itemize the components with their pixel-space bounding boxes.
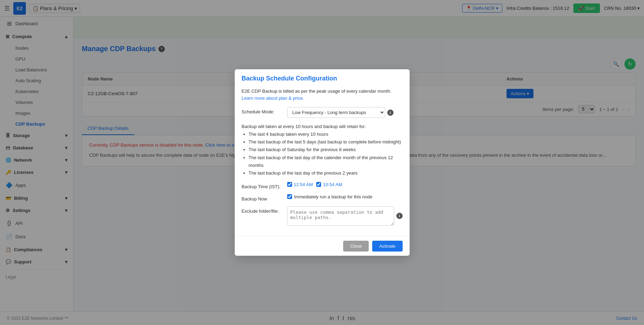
exclude-info-icon[interactable]: i [396,213,403,219]
time-2-checkbox[interactable] [316,182,321,187]
schedule-mode-info-icon[interactable]: i [387,109,394,116]
time-item-1: 12:54 AM [287,182,313,187]
bullet-3: The last backup of Saturday for the prev… [249,146,403,154]
backup-interval-text: Backup will taken at every 10 hours and … [242,123,403,130]
bullet-1: The last 4 backup taken every 10 hours [249,130,403,138]
learn-more-link[interactable]: Learn more about plan & price. [242,96,304,101]
schedule-mode-row: Schedule Mode: Low Frequency - Long term… [242,107,403,118]
backup-now-label: Backup Now [242,194,287,202]
time-row: 12:54 AM 10:54 AM [287,182,403,187]
backup-time-row: Backup Time (IST): 12:54 AM 10:54 AM [242,182,403,189]
backup-now-checkbox[interactable] [287,194,292,199]
schedule-mode-select[interactable]: Low Frequency - Long term backups High F… [287,107,385,118]
exclude-label: Exclude folder/file: [242,206,287,214]
time-2-label: 10:54 AM [323,182,342,187]
backup-now-desc: Immediately run a backup for this node [294,194,373,199]
backup-now-row: Backup Now Immediately run a backup for … [242,194,403,202]
activate-button[interactable]: Activate [372,241,402,252]
time-1-label: 12:54 AM [294,182,313,187]
modal-body: E2E CDP Backup is billed as per the peak… [235,82,410,236]
backup-now-check-row: Immediately run a backup for this node [287,194,403,199]
backup-time-label: Backup Time (IST): [242,182,287,189]
bullet-4: The last backup of the last day of the c… [249,154,403,169]
backup-info-box: Backup will taken at every 10 hours and … [242,123,403,177]
modal-title: Backup Schedule Configuration [242,75,403,82]
backup-schedule-modal: Backup Schedule Configuration E2E CDP Ba… [235,69,410,256]
modal-overlay: Backup Schedule Configuration E2E CDP Ba… [0,0,644,325]
bullet-5: The last backup of the last day of the p… [249,169,403,177]
schedule-mode-label: Schedule Mode: [242,107,287,114]
time-item-2: 10:54 AM [316,182,342,187]
exclude-row: Exclude folder/file: i [242,206,403,226]
modal-info-text: E2E CDP Backup is billed as per the peak… [242,88,403,101]
time-1-checkbox[interactable] [287,182,292,187]
close-button[interactable]: Close [343,241,369,252]
modal-footer: Close Activate [235,236,410,256]
modal-header: Backup Schedule Configuration [235,69,410,82]
bullet-2: The last backup of the last 5 days (last… [249,138,403,146]
exclude-textarea[interactable] [287,206,394,226]
